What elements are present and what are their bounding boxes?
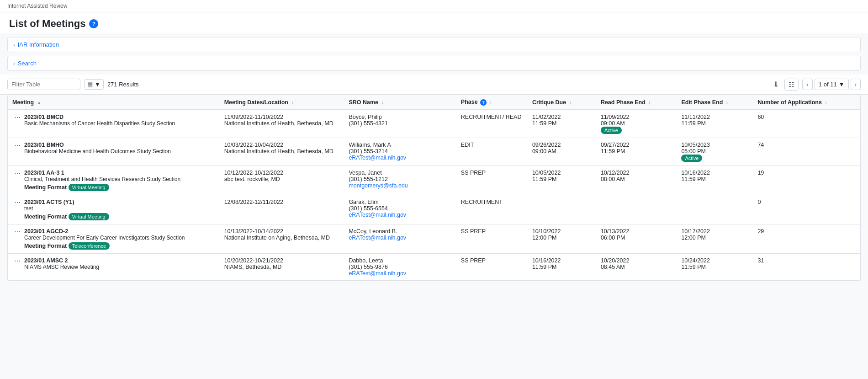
critique-due-date: 09/26/2022 bbox=[532, 142, 561, 148]
meeting-code: 2023/01 ACTS (Y1) bbox=[24, 199, 215, 205]
edit-active-badge: Active bbox=[681, 155, 702, 162]
sro-phone: (301) 555-1212 bbox=[349, 176, 387, 182]
read-end-cell: 10/13/202206:00 PM bbox=[596, 224, 677, 253]
sro-email[interactable]: montgomerys@sfa.edu bbox=[349, 182, 408, 189]
col-header-phase[interactable]: Phase ? ↕ bbox=[456, 95, 528, 110]
grid-icon: ▤ bbox=[87, 81, 93, 88]
critique-due-date: 11/02/2022 bbox=[532, 114, 561, 120]
page-indicator: 1 of 11 ▼ bbox=[815, 79, 849, 90]
critique-due-cell bbox=[528, 195, 596, 224]
column-toggle-button[interactable]: ▤ ▼ bbox=[84, 79, 104, 90]
page-total: of 11 bbox=[824, 81, 837, 88]
toolbar: ▤ ▼ 271 Results ⇓ ☷ ‹ 1 of 11 ▼ › bbox=[0, 75, 868, 95]
meeting-dots-button[interactable]: ⋯ bbox=[12, 257, 22, 265]
next-page-button[interactable]: › bbox=[851, 79, 861, 90]
edit-end-time: 11:59 PM bbox=[681, 264, 706, 270]
sro-name: Garak, Elim bbox=[349, 199, 378, 205]
meeting-dots-button[interactable]: ⋯ bbox=[12, 228, 22, 235]
app-title: Internet Assisted Review bbox=[7, 3, 67, 9]
iar-info-section: › IAR Information bbox=[7, 37, 861, 52]
applications-count: 74 bbox=[757, 142, 764, 148]
edit-end-time: 12:00 PM bbox=[681, 235, 706, 241]
meeting-dots-button[interactable]: ⋯ bbox=[12, 199, 22, 206]
page-dropdown-icon[interactable]: ▼ bbox=[839, 81, 845, 88]
col-header-dates[interactable]: Meeting Dates/Location ↕ bbox=[220, 95, 344, 110]
edit-end-time: 05:00 PM bbox=[681, 148, 706, 155]
phase-value: RECRUITMENT/ READ bbox=[461, 114, 522, 120]
meeting-dots-button[interactable]: ⋯ bbox=[12, 114, 22, 121]
critique-due-time: 11:59 PM bbox=[532, 264, 557, 270]
col-header-read-end[interactable]: Read Phase End ↕ bbox=[596, 95, 677, 110]
sro-email[interactable]: eRATest@mail.nih.gov bbox=[349, 270, 406, 277]
meeting-format-badge: Virtual Meeting bbox=[69, 184, 109, 191]
grid-view-button[interactable]: ☷ bbox=[784, 79, 799, 91]
applications-cell: 31 bbox=[753, 253, 860, 280]
download-button[interactable]: ⇓ bbox=[771, 78, 781, 91]
phase-value: SS PREP bbox=[461, 257, 486, 264]
edit-end-cell bbox=[677, 195, 753, 224]
page-help-icon[interactable]: ? bbox=[89, 19, 98, 28]
filter-input[interactable] bbox=[7, 79, 80, 90]
table-row: ⋯ 2023/01 AGCD-2 Career Development For … bbox=[8, 224, 860, 253]
phase-value: SS PREP bbox=[461, 170, 486, 176]
page-title: List of Meetings bbox=[9, 18, 85, 30]
meetings-table: Meeting ▲ Meeting Dates/Location ↕ SRO N… bbox=[8, 95, 860, 281]
critique-due-time: 09:00 AM bbox=[532, 148, 556, 155]
meeting-location: NIAMS, Bethesda, MD bbox=[224, 264, 282, 270]
sro-email[interactable]: eRATest@mail.nih.gov bbox=[349, 155, 406, 161]
applications-count: 60 bbox=[757, 114, 764, 120]
table-row: ⋯ 2023/01 ACTS (Y1) tset Meeting Format … bbox=[8, 195, 860, 224]
meeting-code: 2023/01 AGCD-2 bbox=[24, 228, 215, 235]
col-header-edit-end[interactable]: Edit Phase End ↕ bbox=[677, 95, 753, 110]
search-label: Search bbox=[18, 60, 37, 67]
dates-cell: 10/03/2022-10/04/2022 National Institute… bbox=[220, 138, 344, 165]
sro-phone: (301) 555-6554 bbox=[349, 205, 387, 212]
phase-help-icon[interactable]: ? bbox=[480, 99, 487, 106]
sro-cell: Dabbo, Leeta(301) 555-9876eRATest@mail.n… bbox=[344, 253, 456, 280]
prev-page-button[interactable]: ‹ bbox=[802, 79, 812, 90]
sro-cell: Vespa, Janet(301) 555-1212montgomerys@sf… bbox=[344, 165, 456, 195]
applications-cell: 60 bbox=[753, 110, 860, 138]
col-header-applications[interactable]: Number of Applications ↕ bbox=[753, 95, 860, 110]
meeting-dates: 11/09/2022-11/10/2022 bbox=[224, 114, 283, 120]
meeting-dots-button[interactable]: ⋯ bbox=[12, 170, 22, 177]
sro-email[interactable]: eRATest@mail.nih.gov bbox=[349, 235, 406, 241]
sro-name: Vespa, Janet bbox=[349, 170, 381, 176]
critique-due-date: 10/16/2022 bbox=[532, 257, 561, 264]
phase-value: RECRUITMENT bbox=[461, 199, 503, 205]
sro-name: Boyce, Philip bbox=[349, 114, 381, 120]
critique-due-cell: 09/26/202209:00 AM bbox=[528, 138, 596, 165]
iar-info-toggle[interactable]: › IAR Information bbox=[13, 41, 855, 48]
iar-info-chevron: › bbox=[13, 42, 15, 48]
search-toggle[interactable]: › Search bbox=[13, 60, 855, 67]
sro-cell: Boyce, Philip(301) 555-4321 bbox=[344, 110, 456, 138]
critique-due-time: 11:59 PM bbox=[532, 120, 557, 127]
read-end-cell: 10/12/202208:00 AM bbox=[596, 165, 677, 195]
applications-cell: 74 bbox=[753, 138, 860, 165]
critique-due-cell: 10/16/202211:59 PM bbox=[528, 253, 596, 280]
read-active-badge: Active bbox=[601, 127, 622, 134]
critique-due-time: 12:00 PM bbox=[532, 235, 557, 241]
sro-email[interactable]: eRATest@mail.nih.gov bbox=[349, 212, 406, 218]
col-header-sro[interactable]: SRO Name ↕ bbox=[344, 95, 456, 110]
meeting-dates: 12/08/2022-12/11/2022 bbox=[224, 199, 283, 205]
meeting-dates: 10/12/2022-10/12/2022 bbox=[224, 170, 283, 176]
read-end-time: 08:00 AM bbox=[601, 176, 625, 182]
meeting-subtitle: tset bbox=[24, 205, 215, 212]
meeting-code: 2023/01 BMCD bbox=[24, 114, 215, 120]
page-header: List of Meetings ? bbox=[0, 12, 868, 33]
meeting-dots-button[interactable]: ⋯ bbox=[12, 142, 22, 149]
col-header-critique[interactable]: Critique Due ↕ bbox=[528, 95, 596, 110]
dates-cell: 10/13/2022-10/14/2022 National Institute… bbox=[220, 224, 344, 253]
read-end-date: 11/09/2022 bbox=[601, 114, 630, 120]
meeting-dates: 10/03/2022-10/04/2022 bbox=[224, 142, 283, 148]
table-row: ⋯ 2023/01 AMSC 2 NIAMS AMSC Review Meeti… bbox=[8, 253, 860, 280]
meeting-code: 2023/01 BMHO bbox=[24, 142, 215, 148]
phase-value: SS PREP bbox=[461, 228, 486, 235]
applications-count: 31 bbox=[757, 257, 764, 264]
table-container: Meeting ▲ Meeting Dates/Location ↕ SRO N… bbox=[7, 95, 861, 281]
meeting-cell: ⋯ 2023/01 BMHO Biobehavioral Medicine an… bbox=[8, 138, 220, 165]
phase-cell: RECRUITMENT/ READ bbox=[456, 110, 528, 138]
col-header-meeting[interactable]: Meeting ▲ bbox=[8, 95, 220, 110]
read-end-date: 09/27/2022 bbox=[601, 142, 630, 148]
